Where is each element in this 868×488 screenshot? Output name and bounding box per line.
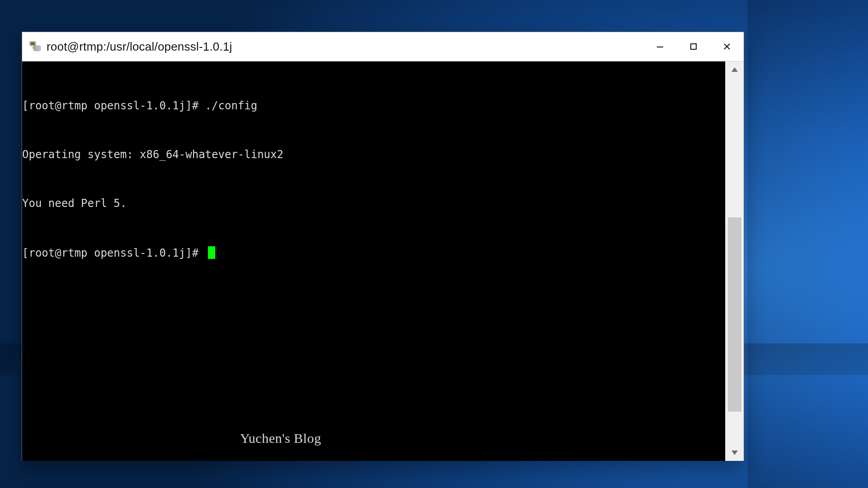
scroll-up-button[interactable] <box>726 61 744 78</box>
cursor-block <box>208 246 215 259</box>
titlebar[interactable]: root@rtmp:/usr/local/openssl-1.0.1j <box>22 32 744 61</box>
chevron-down-icon <box>731 450 738 455</box>
terminal-prompt: [root@rtmp openssl-1.0.1j]# <box>22 247 205 259</box>
minimize-icon <box>656 42 665 51</box>
scroll-down-button[interactable] <box>726 445 744 461</box>
terminal-line: [root@rtmp openssl-1.0.1j]# <box>22 244 725 261</box>
minimize-button[interactable] <box>643 32 677 61</box>
window-controls <box>643 32 744 61</box>
svg-rect-6 <box>691 44 696 49</box>
terminal-line: [root@rtmp openssl-1.0.1j]# ./config <box>22 98 725 114</box>
scrollbar-thumb[interactable] <box>728 217 741 412</box>
putty-icon <box>28 40 42 53</box>
scrollbar-track[interactable] <box>726 78 744 445</box>
terminal-output[interactable]: [root@rtmp openssl-1.0.1j]# ./config Ope… <box>22 61 725 461</box>
chevron-up-icon <box>731 67 738 72</box>
close-icon <box>722 42 731 51</box>
putty-window: root@rtmp:/usr/local/openssl-1.0.1j [roo… <box>22 32 744 461</box>
svg-rect-5 <box>657 47 663 47</box>
window-title: root@rtmp:/usr/local/openssl-1.0.1j <box>47 40 232 54</box>
maximize-icon <box>689 42 698 51</box>
close-button[interactable] <box>710 32 744 61</box>
client-area: [root@rtmp openssl-1.0.1j]# ./config Ope… <box>22 61 744 461</box>
maximize-button[interactable] <box>677 32 710 61</box>
terminal-line: You need Perl 5. <box>22 195 725 211</box>
vertical-scrollbar[interactable] <box>725 61 744 461</box>
terminal-line: Operating system: x86_64-whatever-linux2 <box>22 146 725 163</box>
watermark-text: Yuchen's Blog <box>240 430 321 446</box>
